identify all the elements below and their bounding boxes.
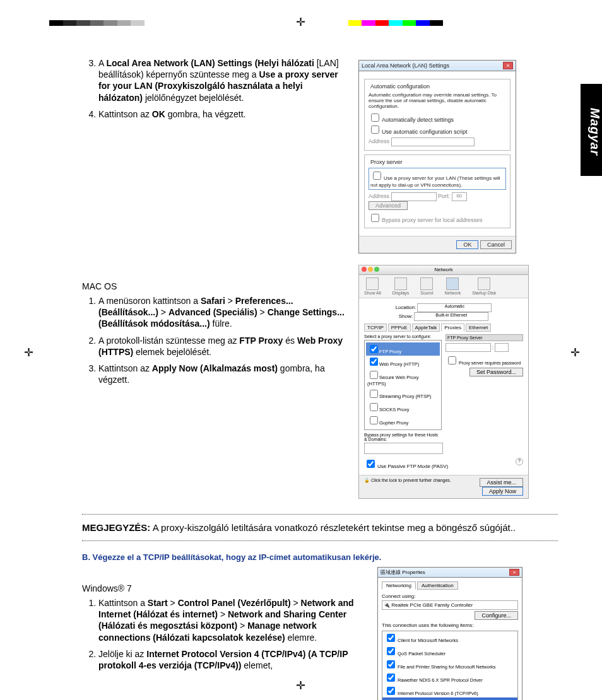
traffic-lights[interactable] <box>362 267 381 273</box>
list-item: Kattintson az Apply Now (Alkalmazás most… <box>98 363 347 385</box>
list-item: A Local Area Network (LAN) Settings (Hel… <box>98 57 347 103</box>
mac-network-window: Network Show AllDisplaysSoundNetworkStar… <box>358 265 529 499</box>
list-item: Kattintson az OK gombra, ha végzett. <box>98 108 347 120</box>
use-proxy-checkbox[interactable] <box>373 172 381 180</box>
note-box: MEGJEGYZÉS: A proxy-kiszolgáló letiltásá… <box>82 514 558 541</box>
list-item: A menüsoron kattintson a Safari > Prefer… <box>98 295 347 330</box>
list-item: A protokoll-listán szüntesse meg az FTP … <box>98 335 347 358</box>
registration-mark: ✛ <box>23 347 34 358</box>
cancel-button[interactable]: Cancel <box>480 240 512 249</box>
steps-list-1: A Local Area Network (LAN) Settings (Hel… <box>82 57 347 120</box>
windows7-label: Windows® 7 <box>82 583 366 593</box>
configure-button[interactable]: Configure... <box>475 611 518 620</box>
registration-mark: ✛ <box>295 680 306 691</box>
section-b-title: B. Végezze el a TCP/IP beállításokat, ho… <box>82 552 410 562</box>
lan-settings-window: Local Area Network (LAN) Settings× Autom… <box>358 60 516 254</box>
window-title: Local Area Network (LAN) Settings <box>362 62 449 69</box>
adapter-icon: 🔌 <box>384 602 390 608</box>
lock-icon[interactable]: 🔒 Click the lock to prevent further chan… <box>364 478 451 483</box>
ok-button[interactable]: OK <box>456 240 478 249</box>
steps-list-2: A menüsoron kattintson a Safari > Prefer… <box>82 295 347 385</box>
language-tab: Magyar <box>581 84 602 176</box>
steps-list-3: Kattintson a Start > Control Panel (Vezé… <box>82 597 366 671</box>
protocol-list[interactable]: Client for Microsoft Networks QoS Packet… <box>382 631 518 700</box>
connection-properties-window: 區域連線 Properties× NetworkingAuthenticatio… <box>377 567 522 700</box>
close-icon[interactable]: × <box>509 569 519 576</box>
list-item: Kattintson a Start > Control Panel (Vezé… <box>98 597 366 643</box>
auto-detect-checkbox[interactable] <box>371 114 379 122</box>
auto-script-checkbox[interactable] <box>371 125 379 134</box>
registration-mark: ✛ <box>569 347 581 358</box>
apply-now-button[interactable]: Apply Now <box>482 487 523 496</box>
page-content: Magyar A Local Area Network (LAN) Settin… <box>82 57 558 700</box>
close-icon[interactable]: × <box>503 62 513 69</box>
assist-button[interactable]: Assist me... <box>480 478 523 487</box>
macos-label: MAC OS <box>82 281 347 291</box>
proxy-list[interactable]: FTP ProxyWeb Proxy (HTTP)Secure Web Prox… <box>364 340 442 430</box>
advanced-button[interactable]: Advanced <box>369 201 408 210</box>
window-title: 區域連線 Properties <box>381 569 425 576</box>
help-icon[interactable]: ? <box>516 458 523 465</box>
window-title: Network <box>434 267 452 273</box>
list-item: Jelölje ki az Internet Protocol Version … <box>98 648 366 671</box>
set-password-button[interactable]: Set Password... <box>469 368 523 376</box>
registration-mark: ✛ <box>295 16 306 28</box>
